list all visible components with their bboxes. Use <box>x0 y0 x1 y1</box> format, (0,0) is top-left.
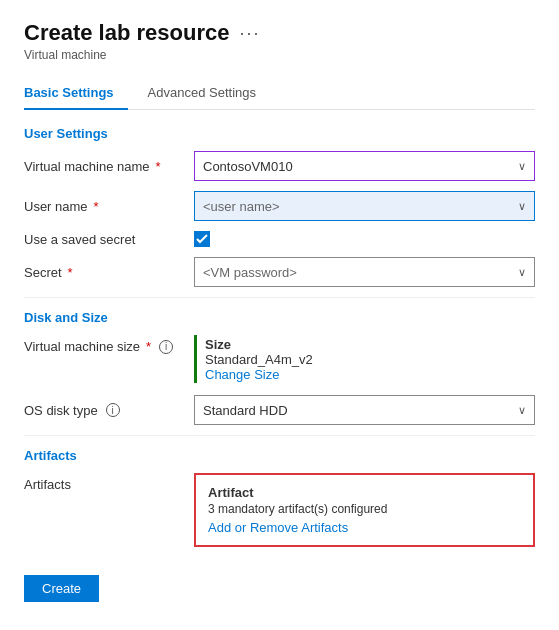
saved-secret-checkbox[interactable] <box>194 231 210 247</box>
secret-required: * <box>68 265 73 280</box>
os-disk-chevron-icon: ∨ <box>518 404 526 417</box>
user-name-row: User name * <user name> ∨ <box>24 191 535 221</box>
footer: Create <box>24 557 535 602</box>
artifacts-box: Artifact 3 mandatory artifact(s) configu… <box>194 473 535 547</box>
green-bar-icon <box>194 335 197 383</box>
saved-secret-control <box>194 231 535 247</box>
page-title: Create lab resource <box>24 20 229 46</box>
vm-size-row: Virtual machine size * i Size Standard_A… <box>24 335 535 383</box>
vm-name-required: * <box>156 159 161 174</box>
os-disk-label: OS disk type i <box>24 403 194 418</box>
vm-size-required: * <box>146 339 151 354</box>
divider-1 <box>24 297 535 298</box>
os-disk-control: Standard HDD ∨ <box>194 395 535 425</box>
artifact-mandatory-text: 3 mandatory artifact(s) configured <box>208 502 521 516</box>
vm-name-chevron-icon: ∨ <box>518 160 526 173</box>
saved-secret-row: Use a saved secret <box>24 231 535 247</box>
user-name-dropdown[interactable]: <user name> ∨ <box>194 191 535 221</box>
divider-2 <box>24 435 535 436</box>
os-disk-row: OS disk type i Standard HDD ∨ <box>24 395 535 425</box>
ellipsis-menu-button[interactable]: ··· <box>239 23 260 44</box>
vm-size-block: Size Standard_A4m_v2 Change Size <box>205 337 313 382</box>
os-disk-dropdown[interactable]: Standard HDD ∨ <box>194 395 535 425</box>
change-size-link[interactable]: Change Size <box>205 367 313 382</box>
secret-dropdown[interactable]: <VM password> ∨ <box>194 257 535 287</box>
vm-name-control: ContosoVM010 ∨ <box>194 151 535 181</box>
checkmark-icon <box>196 234 208 244</box>
tab-basic-settings[interactable]: Basic Settings <box>24 77 128 110</box>
os-disk-value: Standard HDD <box>203 403 288 418</box>
artifacts-control: Artifact 3 mandatory artifact(s) configu… <box>194 473 535 547</box>
disk-size-section-title: Disk and Size <box>24 310 535 325</box>
saved-secret-label: Use a saved secret <box>24 232 194 247</box>
vm-size-label: Virtual machine size * i <box>24 335 194 354</box>
vm-name-value: ContosoVM010 <box>203 159 293 174</box>
secret-placeholder: <VM password> <box>203 265 297 280</box>
vm-size-title: Size <box>205 337 313 352</box>
os-disk-info-icon[interactable]: i <box>106 403 120 417</box>
vm-size-control: Size Standard_A4m_v2 Change Size <box>194 335 535 383</box>
artifacts-section-title: Artifacts <box>24 448 535 463</box>
user-settings-section-title: User Settings <box>24 126 535 141</box>
add-remove-artifacts-link[interactable]: Add or Remove Artifacts <box>208 520 348 535</box>
tab-advanced-settings[interactable]: Advanced Settings <box>148 77 270 110</box>
vm-name-dropdown[interactable]: ContosoVM010 ∨ <box>194 151 535 181</box>
artifact-box-title: Artifact <box>208 485 521 500</box>
user-name-chevron-icon: ∨ <box>518 200 526 213</box>
user-name-label: User name * <box>24 199 194 214</box>
vm-size-value: Standard_A4m_v2 <box>205 352 313 367</box>
secret-label: Secret * <box>24 265 194 280</box>
page-subtitle: Virtual machine <box>24 48 535 62</box>
secret-chevron-icon: ∨ <box>518 266 526 279</box>
tab-bar: Basic Settings Advanced Settings <box>24 76 535 110</box>
vm-size-info-icon[interactable]: i <box>159 340 173 354</box>
user-name-required: * <box>94 199 99 214</box>
secret-control: <VM password> ∨ <box>194 257 535 287</box>
vm-name-row: Virtual machine name * ContosoVM010 ∨ <box>24 151 535 181</box>
vm-name-label: Virtual machine name * <box>24 159 194 174</box>
artifacts-label: Artifacts <box>24 473 194 492</box>
user-name-placeholder: <user name> <box>203 199 280 214</box>
secret-row: Secret * <VM password> ∨ <box>24 257 535 287</box>
artifacts-row: Artifacts Artifact 3 mandatory artifact(… <box>24 473 535 547</box>
create-button[interactable]: Create <box>24 575 99 602</box>
user-name-control: <user name> ∨ <box>194 191 535 221</box>
